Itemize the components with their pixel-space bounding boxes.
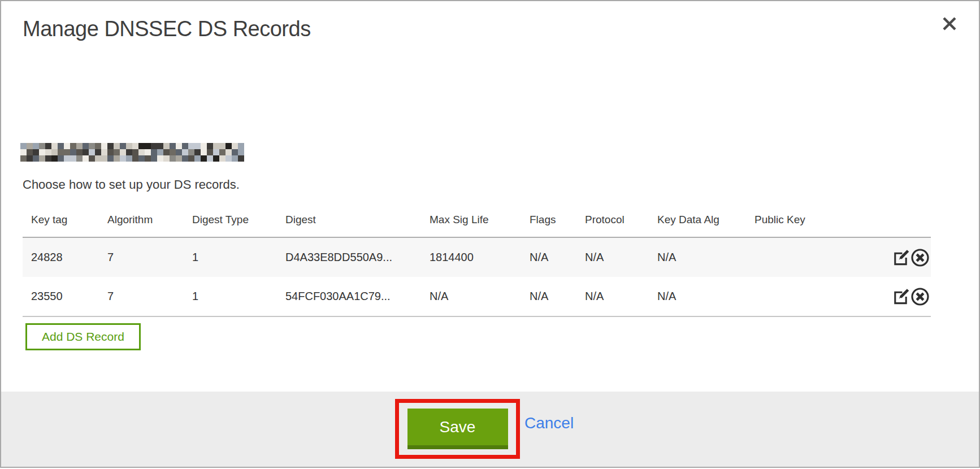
table-cell xyxy=(746,237,853,277)
table-cell: 23550 xyxy=(23,277,99,316)
edit-pencil-icon xyxy=(891,299,910,308)
delete-circle-x-icon xyxy=(910,261,930,270)
column-header: Key tag xyxy=(23,206,99,237)
table-row: 2482871D4A33E8DD550A9...1814400N/AN/AN/A xyxy=(23,237,931,277)
column-header-actions xyxy=(853,206,931,237)
save-button-highlight-annotation: Save xyxy=(395,399,520,459)
column-header: Algorithm xyxy=(99,206,184,237)
table-cell: N/A xyxy=(576,277,649,316)
table-cell: 1 xyxy=(184,277,277,316)
table-cell: 54FCF030AA1C79... xyxy=(277,277,421,316)
table-row: 235507154FCF030AA1C79...N/AN/AN/AN/A xyxy=(23,277,931,316)
table-cell xyxy=(746,277,853,316)
row-actions xyxy=(853,277,931,316)
delete-record-button[interactable] xyxy=(910,247,930,268)
page-title: Manage DNSSEC DS Records xyxy=(23,17,311,41)
cancel-link[interactable]: Cancel xyxy=(524,414,574,432)
column-header: Flags xyxy=(521,206,576,237)
edit-record-button[interactable] xyxy=(891,248,910,267)
modal-footer: Save Cancel xyxy=(1,392,979,467)
close-icon xyxy=(940,26,959,34)
close-button[interactable] xyxy=(939,14,960,34)
instruction-text: Choose how to set up your DS records. xyxy=(23,177,240,192)
table-cell: 1814400 xyxy=(421,237,521,277)
table-cell: 1 xyxy=(184,237,277,277)
row-actions xyxy=(853,237,931,277)
edit-pencil-icon xyxy=(891,260,910,269)
delete-record-button[interactable] xyxy=(910,286,930,307)
dnssec-modal: Manage DNSSEC DS Records Choose how to s… xyxy=(0,0,980,468)
ds-records-table: Key tagAlgorithmDigest TypeDigestMax Sig… xyxy=(23,206,931,317)
delete-circle-x-icon xyxy=(910,300,930,309)
add-ds-record-button[interactable]: Add DS Record xyxy=(25,323,141,350)
column-header: Protocol xyxy=(576,206,649,237)
table-cell: N/A xyxy=(521,237,576,277)
column-header: Max Sig Life xyxy=(421,206,521,237)
edit-record-button[interactable] xyxy=(891,287,910,306)
table-cell: N/A xyxy=(521,277,576,316)
table-cell: N/A xyxy=(649,277,746,316)
column-header: Key Data Alg xyxy=(649,206,746,237)
table-header-row: Key tagAlgorithmDigest TypeDigestMax Sig… xyxy=(23,206,931,237)
table-cell: 7 xyxy=(99,277,184,316)
table-cell: N/A xyxy=(649,237,746,277)
table-cell: N/A xyxy=(421,277,521,316)
table-cell: D4A33E8DD550A9... xyxy=(277,237,421,277)
column-header: Digest xyxy=(277,206,421,237)
column-header: Public Key xyxy=(746,206,853,237)
column-header: Digest Type xyxy=(184,206,277,237)
table-cell: N/A xyxy=(576,237,649,277)
domain-name-redacted xyxy=(20,143,244,162)
table-cell: 24828 xyxy=(23,237,99,277)
table-cell: 7 xyxy=(99,237,184,277)
save-button[interactable]: Save xyxy=(407,409,508,449)
